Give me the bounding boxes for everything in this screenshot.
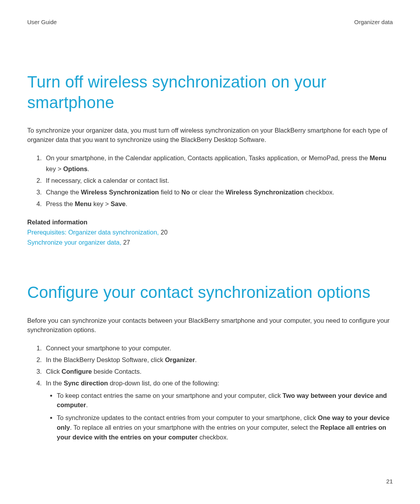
text: Press the (46, 200, 75, 207)
text: checkbox. (304, 189, 334, 196)
section2-steps: Connect your smartphone to your computer… (27, 343, 393, 442)
link-text: Prerequisites: Organizer data synchroniz… (27, 229, 161, 236)
section1-step3: Change the Wireless Synchronization fiel… (44, 187, 393, 198)
section1-intro: To synchronize your organizer data, you … (27, 126, 393, 145)
section2-intro: Before you can synchronize your contacts… (27, 316, 393, 335)
bullet-1: To keep contact entries the same on your… (57, 391, 393, 410)
section2-step4: In the Sync direction drop-down list, do… (44, 378, 393, 442)
bold-text: Save (110, 200, 126, 207)
link-page-number: 27 (123, 239, 130, 246)
bold-text: Menu (75, 200, 91, 207)
related-link-2[interactable]: Synchronize your organizer data, 27 (27, 238, 393, 248)
bullet-2: To synchronize updates to the contact en… (57, 413, 393, 442)
text: In the (46, 380, 64, 387)
link-text: Synchronize your organizer data, (27, 239, 123, 246)
text: To keep contact entries the same on your… (57, 392, 283, 399)
bold-text: Wireless Synchronization (81, 189, 159, 196)
text: key > (46, 165, 63, 172)
bold-text: Options (63, 165, 87, 172)
page-number: 21 (386, 478, 393, 485)
text: . (126, 200, 128, 207)
text: key > (91, 200, 110, 207)
text: beside Contacts. (92, 368, 142, 375)
section1-step4: Press the Menu key > Save. (44, 198, 393, 209)
section2-title: Configure your contact synchronization o… (27, 282, 393, 303)
text: . (88, 165, 89, 172)
section2-step2: In the BlackBerry Desktop Software, clic… (44, 354, 393, 365)
bold-text: Sync direction (64, 380, 108, 387)
section1-step2: If necessary, click a calendar or contac… (44, 175, 393, 186)
section2-step3: Click Configure beside Contacts. (44, 366, 393, 377)
text: or clear the (190, 189, 226, 196)
text: field to (159, 189, 182, 196)
section2-step1: Connect your smartphone to your computer… (44, 343, 393, 354)
text: On your smartphone, in the Calendar appl… (46, 154, 370, 161)
text: Click (46, 368, 61, 375)
section2-step4-bullets: To keep contact entries the same on your… (46, 391, 393, 442)
text: Change the (46, 189, 81, 196)
section1-step1: On your smartphone, in the Calendar appl… (44, 152, 393, 174)
section1-steps: On your smartphone, in the Calendar appl… (27, 152, 393, 209)
related-information-heading: Related information (27, 219, 393, 226)
link-page-number: 20 (161, 229, 168, 236)
page-header: User Guide Organizer data (27, 19, 393, 25)
bold-text: Organizer (165, 356, 195, 363)
section1-title: Turn off wireless synchronization on you… (27, 72, 393, 113)
document-page: User Guide Organizer data Turn off wirel… (0, 0, 420, 504)
text: . (86, 401, 88, 408)
text: To synchronize updates to the contact en… (57, 414, 318, 421)
header-right: Organizer data (354, 19, 393, 25)
text: drop-down list, do one of the following: (108, 380, 219, 387)
text: In the BlackBerry Desktop Software, clic… (46, 356, 165, 363)
text: checkbox. (198, 434, 228, 441)
bold-text: Configure (61, 368, 92, 375)
bold-text: Wireless Synchronization (226, 189, 304, 196)
text: . (195, 356, 197, 363)
header-left: User Guide (27, 19, 57, 25)
bold-text: No (181, 189, 190, 196)
related-link-1[interactable]: Prerequisites: Organizer data synchroniz… (27, 228, 393, 238)
text: . To replace all entries on your smartph… (70, 424, 320, 431)
bold-text: Menu (370, 154, 387, 161)
